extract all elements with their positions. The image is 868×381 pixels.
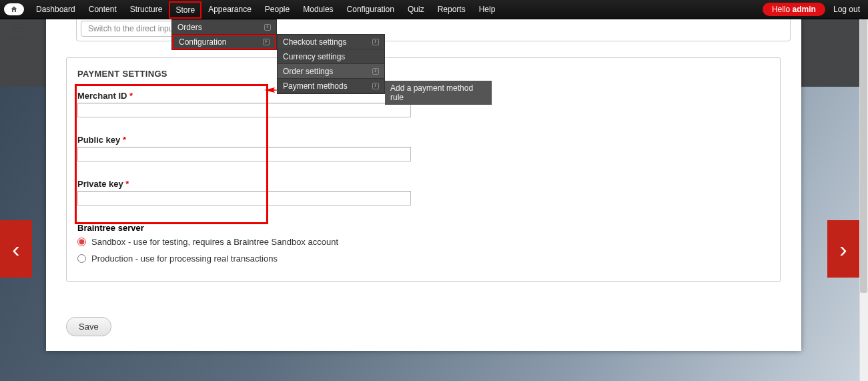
submenu-order-settings[interactable]: Order settings (278, 64, 384, 79)
menu-appearance[interactable]: Appearance (201, 0, 258, 19)
site-menu-toggle[interactable]: Menu (0, 19, 37, 46)
chevron-left-icon: ‹ (12, 236, 19, 262)
site-menu-label: Menu (0, 35, 37, 43)
hamburger-icon (12, 24, 25, 25)
radio-sandbox[interactable]: Sandbox - use for testing, requires a Br… (77, 237, 769, 247)
radio-sandbox-input[interactable] (77, 238, 86, 246)
submenu-item-label: Add a payment method rule (390, 83, 473, 102)
home-button[interactable] (4, 3, 24, 15)
menu-dashboard[interactable]: Dashboard (29, 0, 82, 19)
private-key-input[interactable] (77, 191, 411, 206)
menu-modules[interactable]: Modules (296, 0, 340, 19)
save-button[interactable]: Save (66, 317, 111, 336)
switch-input-mode-button[interactable]: Switch to the direct input (81, 21, 183, 37)
expand-icon (264, 24, 271, 31)
admin-toolbar: Dashboard Content Structure Store Appear… (0, 0, 868, 19)
logout-link[interactable]: Log out (833, 5, 860, 14)
braintree-server-label: Braintree server (77, 223, 769, 233)
carousel-prev-button[interactable]: ‹ (0, 220, 32, 278)
submenu-orders-label: Orders (177, 23, 202, 32)
admin-overlay-panel: Switch to the direct input PAYMENT SETTI… (46, 0, 801, 351)
fieldset-legend: PAYMENT SETTINGS (77, 69, 769, 79)
store-submenu: Orders Configuration (171, 19, 277, 50)
submenu-configuration-label: Configuration (179, 37, 226, 47)
radio-production-label: Production - use for processing real tra… (91, 254, 278, 264)
hello-user-badge[interactable]: Hello admin (763, 3, 825, 16)
submenu-item-label: Currency settings (283, 52, 345, 61)
menu-store[interactable]: Store (169, 1, 201, 19)
submenu-item-label: Checkout settings (283, 37, 346, 47)
radio-production[interactable]: Production - use for processing real tra… (77, 254, 769, 264)
public-key-input[interactable] (77, 147, 411, 161)
chevron-right-icon: › (839, 236, 847, 262)
radio-sandbox-label: Sandbox - use for testing, requires a Br… (91, 237, 338, 247)
carousel-next-button[interactable]: › (827, 220, 859, 278)
submenu-currency-settings[interactable]: Currency settings (278, 49, 384, 64)
expand-icon (372, 83, 379, 89)
submenu-orders[interactable]: Orders (172, 20, 276, 35)
menu-structure[interactable]: Structure (123, 0, 169, 19)
menu-people[interactable]: People (258, 0, 296, 19)
public-key-label: Public key * (77, 135, 769, 145)
required-mark: * (123, 135, 126, 145)
submenu-checkout-settings[interactable]: Checkout settings (278, 35, 384, 49)
menu-content[interactable]: Content (82, 0, 123, 19)
expand-icon (372, 39, 379, 45)
submenu-item-label: Payment methods (283, 81, 348, 91)
merchant-id-input[interactable] (77, 103, 411, 117)
menu-reports[interactable]: Reports (431, 0, 472, 19)
expand-icon (263, 39, 270, 45)
private-key-label: Private key * (77, 179, 769, 189)
required-mark: * (125, 179, 129, 189)
expand-icon (372, 68, 379, 75)
required-mark: * (129, 91, 133, 101)
menu-configuration[interactable]: Configuration (340, 0, 401, 19)
submenu-add-payment-method-rule[interactable]: Add a payment method rule (385, 81, 492, 105)
submenu-payment-methods[interactable]: Payment methods (278, 79, 384, 93)
scrollbar-thumb[interactable] (860, 19, 867, 293)
home-icon (10, 5, 18, 13)
radio-production-input[interactable] (77, 254, 86, 263)
menu-help[interactable]: Help (472, 0, 502, 19)
menu-quiz[interactable]: Quiz (401, 0, 431, 19)
configuration-submenu: Checkout settings Currency settings Orde… (277, 34, 385, 94)
submenu-configuration[interactable]: Configuration (172, 35, 276, 49)
submenu-item-label: Order settings (283, 67, 333, 76)
